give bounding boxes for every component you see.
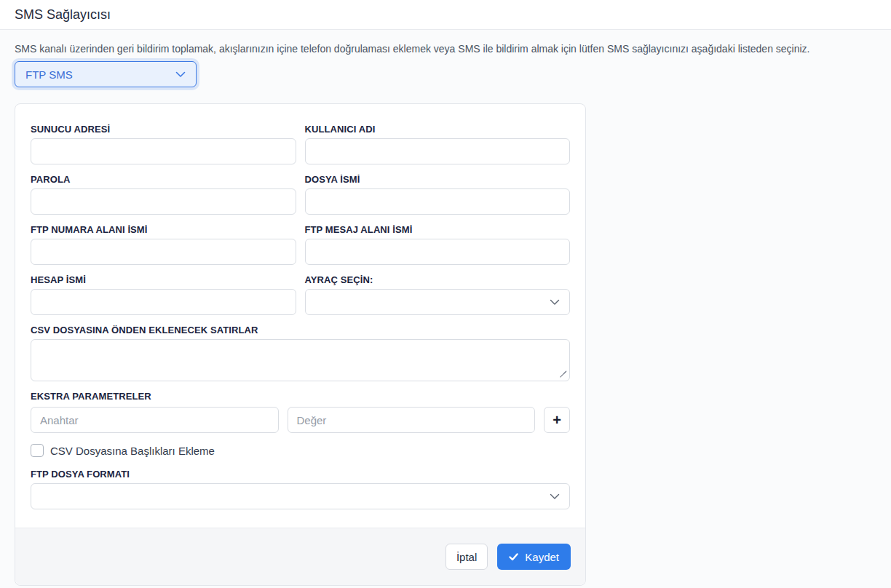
csv-headers-checkbox[interactable]: [31, 444, 44, 457]
sms-provider-selected-value: FTP SMS: [25, 68, 73, 81]
username-group: KULLANICI ADI: [305, 124, 571, 164]
server-address-input[interactable]: [31, 138, 296, 164]
csv-headers-checkbox-label: CSV Dosyasına Başlıkları Ekleme: [50, 445, 215, 457]
ftp-message-field-label: FTP MESAJ ALANI İSMİ: [305, 224, 571, 235]
save-button[interactable]: Kaydet: [497, 544, 571, 570]
server-address-group: SUNUCU ADRESİ: [31, 124, 296, 164]
chevron-down-icon: [550, 299, 560, 306]
account-name-group: HESAP İSMİ: [31, 274, 296, 315]
check-icon: [509, 553, 518, 561]
save-button-label: Kaydet: [525, 551, 559, 563]
csv-prepend-group: CSV DOSYASINA ÖNDEN EKLENECEK SATIRLAR: [31, 325, 570, 381]
extra-param-value-input[interactable]: [288, 407, 536, 433]
server-address-label: SUNUCU ADRESİ: [31, 124, 296, 135]
page-title: SMS Sağlayıcısı: [15, 7, 111, 23]
page-header: SMS Sağlayıcısı: [0, 0, 891, 30]
add-parameter-button[interactable]: +: [544, 407, 570, 433]
password-input[interactable]: [31, 188, 296, 215]
csv-prepend-textarea[interactable]: [31, 339, 570, 381]
username-label: KULLANICI ADI: [305, 124, 571, 135]
ftp-file-format-label: FTP DOSYA FORMATI: [31, 469, 570, 480]
file-name-input[interactable]: [305, 188, 571, 215]
ftp-number-field-label: FTP NUMARA ALANI İSMİ: [31, 224, 296, 235]
ftp-number-field-input[interactable]: [31, 239, 296, 265]
sms-provider-select[interactable]: FTP SMS: [15, 61, 197, 87]
separator-group: AYRAÇ SEÇİN:: [305, 274, 571, 315]
separator-select[interactable]: [305, 289, 571, 315]
ftp-number-field-group: FTP NUMARA ALANI İSMİ: [31, 224, 296, 265]
password-label: PAROLA: [31, 174, 296, 185]
ftp-message-field-group: FTP MESAJ ALANI İSMİ: [305, 224, 571, 265]
csv-prepend-label: CSV DOSYASINA ÖNDEN EKLENECEK SATIRLAR: [31, 325, 570, 335]
file-name-label: DOSYA İSMİ: [305, 174, 571, 185]
ftp-message-field-input[interactable]: [305, 239, 571, 265]
chevron-down-icon: [550, 493, 560, 500]
csv-headers-checkbox-row[interactable]: CSV Dosyasına Başlıkları Ekleme: [31, 444, 215, 457]
account-name-input[interactable]: [31, 289, 296, 315]
cancel-button[interactable]: İptal: [446, 544, 488, 570]
provider-settings-form: SUNUCU ADRESİ KULLANICI ADI PAROLA DOSYA…: [15, 104, 585, 528]
password-group: PAROLA: [31, 174, 296, 215]
file-name-group: DOSYA İSMİ: [305, 174, 571, 215]
separator-label: AYRAÇ SEÇİN:: [305, 274, 571, 285]
chevron-down-icon: [175, 71, 186, 78]
username-input[interactable]: [305, 138, 571, 164]
ftp-file-format-select[interactable]: [31, 483, 570, 509]
provider-settings-card: SUNUCU ADRESİ KULLANICI ADI PAROLA DOSYA…: [15, 103, 586, 586]
card-footer: İptal Kaydet: [15, 528, 585, 585]
extra-parameters-section: EKSTRA PARAMETRELER +: [31, 391, 570, 433]
ftp-file-format-group: FTP DOSYA FORMATI: [31, 469, 570, 509]
extra-parameters-label: EKSTRA PARAMETRELER: [31, 391, 570, 402]
extra-param-key-input[interactable]: [31, 407, 279, 433]
description: SMS kanalı üzerinden geri bildirim topla…: [15, 43, 876, 55]
content: SMS kanalı üzerinden geri bildirim topla…: [0, 30, 891, 586]
account-name-label: HESAP İSMİ: [31, 274, 296, 285]
resize-grip-icon[interactable]: [559, 370, 567, 378]
